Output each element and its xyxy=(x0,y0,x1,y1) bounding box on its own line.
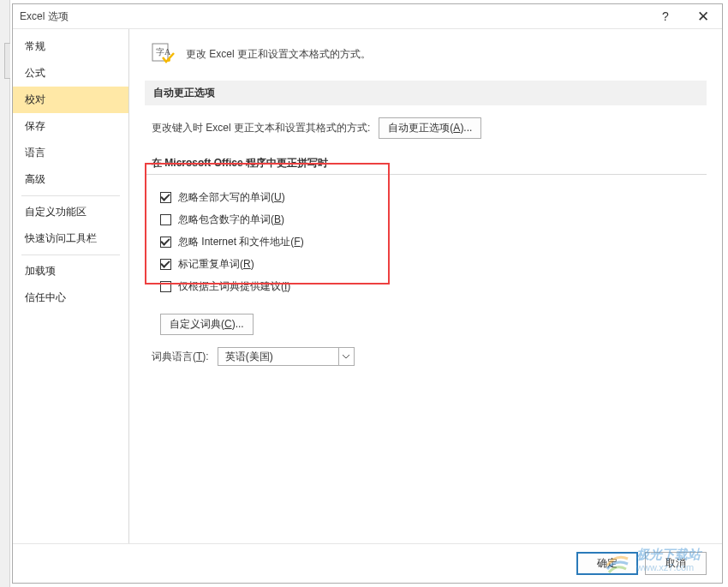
category-sidebar: 常规 公式 校对 保存 语言 高级 自定义功能区 快速访问工具栏 加载项 信任中… xyxy=(13,29,129,543)
spelling-checkbox-group: 忽略全部大写的单词(U) 忽略包含数字的单词(B) 忽略 Internet 和文… xyxy=(145,177,707,308)
proofing-icon: 字A xyxy=(152,43,176,65)
titlebar: Excel 选项 ? ✕ xyxy=(13,4,722,29)
autocorrect-options-button[interactable]: 自动更正选项(A)... xyxy=(379,117,481,139)
sidebar-item-trust-center[interactable]: 信任中心 xyxy=(13,285,128,311)
sidebar-separator xyxy=(21,195,120,196)
options-dialog: Excel 选项 ? ✕ 常规 公式 校对 保存 语言 高级 自定义功能区 快速… xyxy=(12,3,723,584)
ok-button[interactable]: 确定 xyxy=(576,552,638,575)
check-flag-repeated[interactable]: 标记重复单词(R) xyxy=(160,257,707,272)
checkbox-icon xyxy=(160,237,171,248)
dialog-footer: 确定 取消 xyxy=(13,543,722,583)
svg-text:字A: 字A xyxy=(156,47,171,57)
dictionary-language-select[interactable]: 英语(美国) xyxy=(218,347,355,366)
checkbox-label: 忽略全部大写的单词(U) xyxy=(178,190,285,205)
checkbox-icon xyxy=(160,259,171,270)
check-main-dict-only[interactable]: 仅根据主词典提供建议(I) xyxy=(160,279,707,294)
dictionary-language-label: 词典语言(T): xyxy=(152,350,209,364)
check-ignore-numbers[interactable]: 忽略包含数字的单词(B) xyxy=(160,213,707,227)
section-spelling-title: 在 Microsoft Office 程序中更正拼写时 xyxy=(145,153,707,175)
background-app-edge xyxy=(0,0,10,587)
sidebar-separator xyxy=(21,255,120,255)
svg-point-2 xyxy=(167,58,170,62)
checkbox-label: 标记重复单词(R) xyxy=(178,257,254,272)
page-description: 更改 Excel 更正和设置文本格式的方式。 xyxy=(186,47,371,62)
checkbox-icon xyxy=(160,281,171,292)
sidebar-item-formulas[interactable]: 公式 xyxy=(13,60,128,87)
check-ignore-uppercase[interactable]: 忽略全部大写的单词(U) xyxy=(160,190,707,205)
close-button[interactable]: ✕ xyxy=(684,4,722,28)
checkbox-icon xyxy=(160,192,171,203)
sidebar-item-advanced[interactable]: 高级 xyxy=(13,166,128,193)
dialog-body: 常规 公式 校对 保存 语言 高级 自定义功能区 快速访问工具栏 加载项 信任中… xyxy=(13,29,722,543)
checkbox-label: 忽略包含数字的单词(B) xyxy=(178,213,284,227)
sidebar-item-customize-ribbon[interactable]: 自定义功能区 xyxy=(13,199,128,225)
help-icon: ? xyxy=(662,9,669,23)
close-icon: ✕ xyxy=(697,8,709,26)
page-header: 字A 更改 Excel 更正和设置文本格式的方式。 xyxy=(152,43,707,65)
sidebar-item-general[interactable]: 常规 xyxy=(13,33,128,60)
autocorrect-label: 更改键入时 Excel 更正文本和设置其格式的方式: xyxy=(152,121,370,135)
section-autocorrect-title: 自动更正选项 xyxy=(145,81,707,105)
dialog-title: Excel 选项 xyxy=(20,9,69,24)
titlebar-controls: ? ✕ xyxy=(647,4,722,28)
sidebar-item-quick-access[interactable]: 快速访问工具栏 xyxy=(13,225,128,252)
chevron-down-icon xyxy=(338,348,354,365)
help-button[interactable]: ? xyxy=(647,4,684,28)
checkbox-label: 忽略 Internet 和文件地址(F) xyxy=(178,235,304,249)
checkbox-label: 仅根据主词典提供建议(I) xyxy=(178,279,290,294)
sidebar-item-addins[interactable]: 加载项 xyxy=(13,258,128,285)
select-value: 英语(美国) xyxy=(218,350,338,364)
cancel-button[interactable]: 取消 xyxy=(645,552,707,575)
custom-dictionaries-button[interactable]: 自定义词典(C)... xyxy=(160,314,254,335)
sidebar-item-language[interactable]: 语言 xyxy=(13,140,128,166)
sidebar-item-save[interactable]: 保存 xyxy=(13,113,128,140)
sidebar-item-proofing[interactable]: 校对 xyxy=(13,87,128,113)
check-ignore-internet[interactable]: 忽略 Internet 和文件地址(F) xyxy=(160,235,707,249)
dictionary-language-row: 词典语言(T): 英语(美国) xyxy=(152,347,707,366)
checkbox-icon xyxy=(160,214,171,225)
autocorrect-row: 更改键入时 Excel 更正文本和设置其格式的方式: 自动更正选项(A)... xyxy=(152,117,707,139)
main-content: 字A 更改 Excel 更正和设置文本格式的方式。 自动更正选项 更改键入时 E… xyxy=(129,29,722,543)
